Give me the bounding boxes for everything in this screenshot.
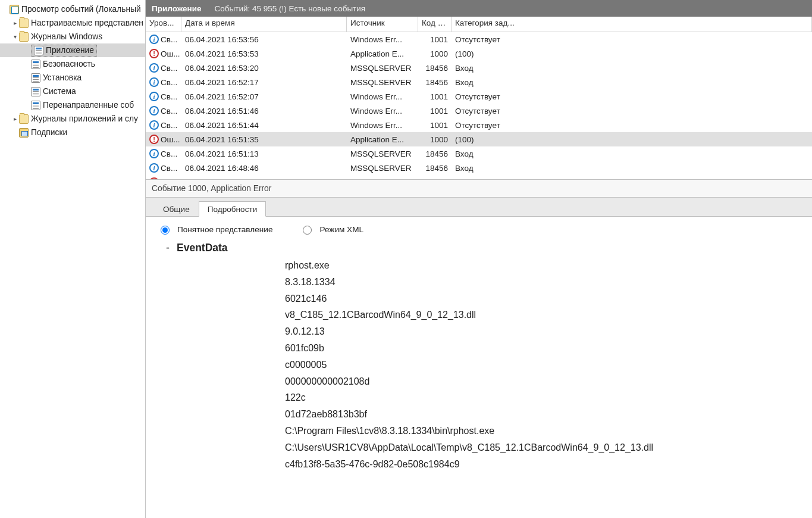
- cell-datetime: 06.04.2021 16:53:56: [181, 33, 347, 46]
- collapse-icon[interactable]: ▾: [11, 33, 19, 40]
- folder-icon: [19, 32, 29, 42]
- tree-subscriptions[interactable]: ▸ Подписки: [0, 126, 145, 139]
- folder-icon: [19, 18, 29, 28]
- tree-log-security[interactable]: ▸ Безопасность: [0, 57, 145, 71]
- log-icon: [31, 101, 40, 110]
- radio-friendly-view[interactable]: Понятное представление: [158, 224, 272, 235]
- table-row[interactable]: Св...06.04.2021 16:51:46Windows Err...10…: [146, 104, 812, 118]
- eventdata-value: 6021c146: [166, 291, 802, 308]
- log-icon: [34, 46, 43, 55]
- eventdata-value: 01d72aeb8813b3bf: [166, 407, 802, 423]
- eventdata-value: C:\Program Files\1cv8\8.3.18.1334\bin\rp…: [166, 423, 802, 440]
- col-source[interactable]: Источник: [347, 17, 418, 32]
- info-icon: [149, 163, 159, 173]
- tree-log-setup[interactable]: ▸ Установка: [0, 71, 145, 85]
- table-row[interactable]: Св...06.04.2021 16:53:20MSSQLSERVER18456…: [146, 61, 812, 75]
- tree-label: Просмотр событий (Локальный: [21, 5, 141, 14]
- cell-category: Отсутствует: [452, 105, 812, 117]
- tree-label: Приложение: [46, 46, 94, 55]
- event-list[interactable]: Св...06.04.2021 16:53:56Windows Err...10…: [146, 32, 812, 180]
- table-row[interactable]: Св...06.04.2021 16:51:13MSSQLSERVER18456…: [146, 146, 812, 161]
- cell-event-id: 1001: [418, 105, 452, 117]
- info-icon: [149, 92, 159, 101]
- tab-general[interactable]: Общие: [154, 201, 199, 216]
- cell-category: Отсутствует: [452, 119, 812, 132]
- expand-icon[interactable]: ▸: [11, 20, 19, 26]
- tree-windows-logs[interactable]: ▾ Журналы Windows: [0, 30, 145, 43]
- table-row[interactable]: Св...06.04.2021 16:52:17MSSQLSERVER18456…: [146, 75, 812, 89]
- col-event-id[interactable]: Код с...: [418, 17, 452, 32]
- table-row[interactable]: Ош...06.04.2021 16:48:31Application E...…: [146, 175, 812, 180]
- eventdata-value: c0000005: [166, 357, 802, 374]
- cell-datetime: 06.04.2021 16:52:07: [181, 91, 347, 103]
- cell-source: Windows Err...: [347, 119, 418, 132]
- radio-friendly-label: Понятное представление: [177, 225, 272, 234]
- info-icon: [149, 149, 159, 158]
- cell-category: Вход: [452, 162, 812, 174]
- tree-custom-views[interactable]: ▸ Настраиваемые представлен: [0, 16, 145, 30]
- tab-details[interactable]: Подробности: [199, 201, 267, 217]
- subscriptions-icon: [19, 128, 29, 138]
- cell-datetime: 06.04.2021 16:51:46: [181, 105, 347, 117]
- tree-log-application[interactable]: ▸ Приложение: [0, 43, 145, 57]
- cell-datetime: 06.04.2021 16:53:53: [181, 48, 347, 60]
- cell-category: Отсутствует: [452, 33, 812, 46]
- col-category[interactable]: Категория зад...: [452, 17, 812, 32]
- log-icon: [31, 87, 40, 96]
- tree-log-system[interactable]: ▸ Система: [0, 85, 145, 98]
- nav-tree[interactable]: ▸ Просмотр событий (Локальный ▸ Настраив…: [0, 0, 146, 518]
- cell-category: (100): [452, 48, 812, 60]
- eventdata-value: v8_C185_12.1CBarcodWin64_9_0_12_13.dll: [166, 307, 802, 324]
- info-icon: [149, 77, 159, 87]
- detail-body: Понятное представление Режим XML - Event…: [146, 217, 812, 518]
- detail-title: Событие 1000, Application Error: [152, 184, 271, 193]
- col-datetime[interactable]: Дата и время: [181, 17, 347, 32]
- cell-event-id: 1000: [418, 48, 452, 60]
- cell-source: Application E...: [347, 133, 418, 146]
- expand-icon[interactable]: ▸: [11, 116, 19, 122]
- error-icon: [149, 135, 159, 144]
- eventdata-heading[interactable]: - EventData: [166, 242, 802, 258]
- eventdata-value: rphost.exe: [166, 258, 802, 274]
- error-icon: [149, 49, 159, 58]
- page-subtitle: Событий: 45 955 (!) Есть новые события: [215, 4, 366, 13]
- cell-source: Application E...: [347, 48, 418, 60]
- event-columns[interactable]: Уров... Дата и время Источник Код с... К…: [146, 17, 812, 32]
- cell-category: Отсутствует: [452, 91, 812, 103]
- info-icon: [149, 120, 159, 130]
- tree-root[interactable]: ▸ Просмотр событий (Локальный: [0, 2, 145, 16]
- cell-event-id: 1001: [418, 91, 452, 103]
- table-row[interactable]: Св...06.04.2021 16:48:46MSSQLSERVER18456…: [146, 161, 812, 175]
- tree-label: Настраиваемые представлен: [31, 18, 143, 27]
- radio-xml-input[interactable]: [303, 226, 312, 235]
- eventdata-value: 8.3.18.1334: [166, 274, 802, 291]
- cell-source: MSSQLSERVER: [347, 62, 418, 74]
- radio-xml-view[interactable]: Режим XML: [300, 224, 363, 235]
- detail-tabs: Общие Подробности: [146, 198, 812, 217]
- table-row[interactable]: Св...06.04.2021 16:51:44Windows Err...10…: [146, 118, 812, 132]
- cell-event-id: 18456: [418, 62, 452, 74]
- eventdata-label: EventData: [177, 242, 228, 254]
- table-row[interactable]: Ош...06.04.2021 16:53:53Application E...…: [146, 46, 812, 61]
- info-icon: [149, 63, 159, 73]
- radio-xml-label: Режим XML: [319, 225, 363, 234]
- cell-event-id: 18456: [418, 76, 452, 89]
- table-row[interactable]: Ош...06.04.2021 16:51:35Application E...…: [146, 132, 812, 146]
- radio-friendly-input[interactable]: [161, 226, 170, 235]
- tree-app-service-logs[interactable]: ▸ Журналы приложений и слу: [0, 112, 145, 126]
- tree-label: Система: [43, 87, 76, 96]
- cell-category: (100): [452, 133, 812, 146]
- tree-log-forwarded[interactable]: ▸ Перенаправленные соб: [0, 98, 145, 112]
- eventdata-value: C:\Users\USR1CV8\AppData\Local\Temp\v8_C…: [166, 440, 802, 457]
- table-row[interactable]: Св...06.04.2021 16:53:56Windows Err...10…: [146, 32, 812, 46]
- col-level[interactable]: Уров...: [146, 17, 181, 32]
- cell-level: Св...: [161, 64, 177, 73]
- eventdata-value: 122c: [166, 390, 802, 407]
- table-row[interactable]: Св...06.04.2021 16:52:07Windows Err...10…: [146, 89, 812, 104]
- tree-label: Перенаправленные соб: [43, 101, 134, 110]
- eventdata-value: 601fc09b: [166, 341, 802, 357]
- cell-level: Св...: [161, 35, 177, 44]
- log-icon: [31, 73, 40, 83]
- collapse-icon[interactable]: -: [166, 242, 170, 254]
- content-header: Приложение Событий: 45 955 (!) Есть новы…: [146, 0, 812, 17]
